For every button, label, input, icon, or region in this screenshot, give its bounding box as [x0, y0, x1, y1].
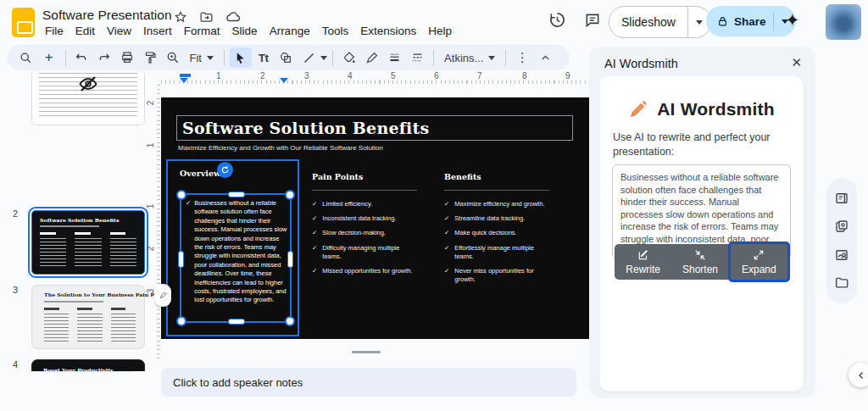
new-slide-button[interactable]: +	[38, 47, 60, 68]
expand-button[interactable]: Expand	[728, 242, 790, 282]
slide-filmstrip: 2 Software Solution Benefits 3 The Solut…	[0, 73, 161, 371]
benefit-item: ✓Make quick decisions.	[444, 229, 549, 237]
menu-insert[interactable]: Insert	[137, 23, 178, 39]
resize-handle-nw[interactable]	[176, 190, 186, 200]
menu-arrange[interactable]: Arrange	[264, 23, 316, 39]
close-icon[interactable]: ✕	[791, 55, 802, 70]
main-toolbar: + Fit Tt Atkins... ⋮	[7, 45, 570, 70]
gemini-sparkle-icon[interactable]: ✦	[785, 10, 800, 31]
line-tool[interactable]	[298, 47, 320, 68]
account-avatar[interactable]	[826, 4, 861, 40]
filmstrip-footer	[0, 371, 161, 411]
benefit-item: ✓Effortlessly manage multiple teams.	[444, 244, 549, 261]
slide-thumbnail-4[interactable]: Boost Your Productivity 1. 2. 3. 4. 5. 6…	[31, 359, 145, 371]
zoom-select[interactable]: Fit	[184, 52, 218, 64]
search-icon[interactable]	[15, 47, 37, 68]
indent-marker[interactable]	[180, 74, 191, 77]
border-dash-tool[interactable]	[406, 47, 428, 68]
border-weight-tool[interactable]	[384, 47, 406, 68]
menu-help[interactable]: Help	[422, 23, 458, 39]
notes-resize-handle[interactable]	[352, 351, 381, 353]
undo-icon[interactable]	[71, 47, 93, 68]
shorten-button[interactable]: Shorten	[671, 244, 728, 280]
ai-card-description: Use AI to rewrite and perfect your prese…	[613, 131, 786, 158]
indent-marker-triangle[interactable]	[180, 78, 188, 83]
overview-column[interactable]: Overview ✓ Businesses without a reliable…	[166, 159, 299, 336]
pain-point-item: ✓Slow decision-making.	[312, 229, 417, 237]
panel-header-title: AI Wordsmith	[604, 57, 678, 70]
ai-wordsmith-panel: AI Wordsmith ✕ AI Wordsmith Use AI to re…	[589, 47, 815, 398]
menu-tools[interactable]: Tools	[316, 23, 355, 39]
slide-thumbnail-2-selected[interactable]: Software Solution Benefits	[28, 207, 148, 278]
menu-view[interactable]: View	[101, 23, 137, 39]
collapse-toolbar-icon[interactable]	[534, 47, 556, 68]
overview-textbox[interactable]: ✓ Businesses without a reliable software…	[180, 193, 292, 323]
slide-thumbnail-3[interactable]: The Solution to Your Business Pain Point…	[31, 285, 145, 349]
share-button[interactable]: Share	[706, 6, 796, 36]
menu-slide[interactable]: Slide	[226, 23, 264, 39]
folder-icon[interactable]	[834, 275, 849, 291]
line-tool-dropdown[interactable]	[320, 56, 327, 60]
menu-file[interactable]: File	[39, 23, 70, 39]
benefits-heading: Benefits	[444, 172, 481, 181]
expand-icon	[753, 249, 765, 261]
move-folder-icon[interactable]	[199, 10, 214, 25]
slide-thumbnail-1-hidden[interactable]	[31, 73, 145, 125]
side-panel-rail	[826, 178, 857, 303]
benefit-item: ✓Maximize efficiency and growth.	[444, 200, 549, 208]
image-contact-icon[interactable]	[834, 247, 849, 263]
ai-card-title: AI Wordsmith	[657, 99, 775, 119]
toolbar-overflow-button[interactable]: ⋮	[511, 47, 533, 68]
menu-extensions[interactable]: Extensions	[354, 23, 422, 39]
pain-point-item: ✓Limited efficiency.	[312, 200, 417, 208]
resize-handle-sw[interactable]	[176, 316, 186, 326]
slide-title-placeholder[interactable]: Software Solution Benefits	[176, 115, 573, 141]
document-title[interactable]: Software Presentation	[42, 8, 172, 23]
resize-handle-n[interactable]	[228, 192, 245, 197]
slide-canvas[interactable]: Software Solution Benefits Maximize Effi…	[161, 97, 589, 339]
zoom-icon[interactable]	[162, 47, 184, 68]
version-history-icon[interactable]	[548, 10, 567, 30]
select-tool[interactable]	[230, 47, 252, 68]
border-color-tool[interactable]	[361, 47, 383, 68]
slides-logo[interactable]	[12, 8, 35, 37]
paint-format-icon[interactable]	[139, 47, 161, 68]
resize-handle-w[interactable]	[178, 251, 184, 268]
refresh-badge-icon[interactable]	[217, 162, 233, 178]
resize-handle-s[interactable]	[228, 319, 245, 325]
overview-paragraph: Businesses without a reliable software s…	[194, 199, 287, 305]
benefit-item: ✓Never miss opportunities for growth.	[444, 267, 549, 284]
print-icon[interactable]	[116, 47, 138, 68]
menu-edit[interactable]: Edit	[70, 23, 101, 39]
rewrite-icon	[637, 249, 649, 261]
resize-handle-ne[interactable]	[285, 190, 295, 200]
pages-copy-icon[interactable]	[834, 219, 849, 234]
shorten-icon	[694, 249, 706, 261]
slideshow-button[interactable]: Slideshow	[609, 6, 711, 38]
text-box-tool[interactable]: Tt	[253, 47, 275, 68]
fill-color-tool[interactable]	[338, 47, 360, 68]
canvas-floating-handle[interactable]	[154, 284, 171, 307]
resize-handle-e[interactable]	[287, 251, 293, 268]
slide-subtitle[interactable]: Maximize Efficiency and Growth with Our …	[178, 144, 383, 152]
theme-font-select[interactable]: Atkins...	[439, 52, 500, 64]
pain-points-heading: Pain Points	[312, 172, 363, 181]
comments-icon[interactable]	[584, 12, 601, 29]
pain-point-item: ✓Difficulty managing multiple teams.	[312, 244, 417, 261]
indent-marker-right[interactable]	[280, 78, 288, 83]
rewrite-button[interactable]: Rewrite	[615, 244, 671, 280]
redo-icon[interactable]	[93, 47, 115, 68]
resize-handle-se[interactable]	[285, 316, 295, 326]
show-side-panel-button[interactable]	[849, 363, 868, 387]
menu-format[interactable]: Format	[178, 23, 226, 39]
pain-point-item: ✓Missed opportunities for growth.	[312, 267, 417, 275]
pain-points-column[interactable]: Pain Points ✓Limited efficiency. ✓Incons…	[312, 168, 429, 281]
vertical-ruler: 2 1 1 2 3	[149, 85, 161, 360]
star-icon[interactable]	[174, 10, 187, 24]
shape-tool[interactable]	[275, 47, 297, 68]
speaker-notes-box[interactable]: Click to add speaker notes	[161, 368, 576, 397]
ai-wordsmith-card: AI Wordsmith Use AI to rewrite and perfe…	[599, 76, 804, 392]
benefits-column[interactable]: Benefits ✓Maximize efficiency and growth…	[444, 168, 561, 290]
pain-point-item: ✓Inconsistent data tracking.	[312, 214, 417, 223]
calendar-card-icon[interactable]	[834, 191, 849, 206]
